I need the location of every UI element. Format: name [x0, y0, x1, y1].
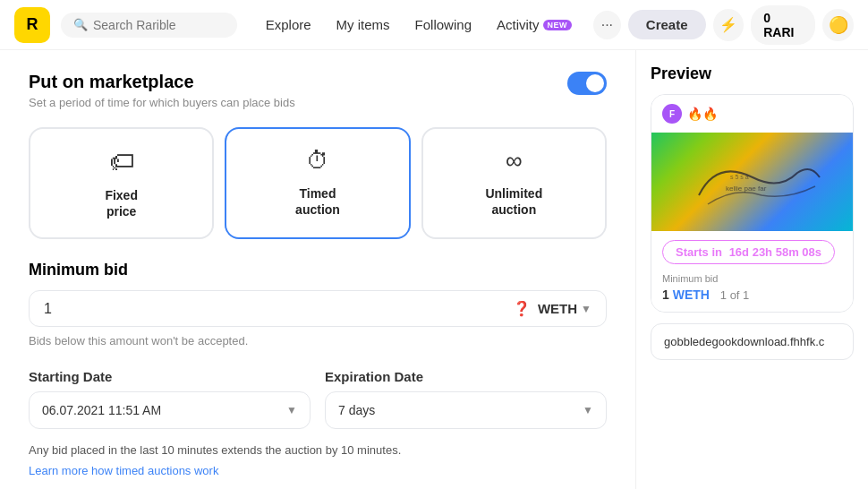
fixed-price-icon: 🏷: [109, 147, 134, 176]
minimum-bid-label: Minimum bid: [29, 261, 607, 279]
bid-row: ❓ WETH ▼: [29, 290, 607, 327]
header: R 🔍 Explore My items Following Activity …: [0, 0, 868, 50]
timed-auction-label: Timedauction: [295, 185, 340, 218]
countdown-value: 16d 23h 58m 08s: [729, 245, 821, 259]
auction-card-timed[interactable]: ⏱ Timedauction: [225, 127, 410, 239]
chevron-down-icon: ▼: [581, 303, 591, 315]
contract-address-card: gobbledegookdownload.fhhfk.c: [651, 323, 854, 360]
starting-date-input[interactable]: 06.07.2021 11:51 AM ▼: [29, 391, 311, 429]
search-input[interactable]: [93, 18, 225, 32]
nav-item-following[interactable]: Following: [404, 12, 482, 38]
create-button[interactable]: Create: [628, 10, 706, 39]
search-icon: 🔍: [73, 18, 88, 31]
svg-text:kellie pae far: kellie pae far: [726, 184, 767, 193]
auction-card-fixed[interactable]: 🏷 Fixedprice: [29, 127, 214, 239]
more-button[interactable]: ···: [593, 11, 621, 39]
marketplace-title: Put on marketplace: [29, 72, 295, 92]
nav-item-activity[interactable]: Activity NEW: [486, 12, 583, 38]
preview-sidebar: Preview F 🔥🔥 kellie pae far s 5 s a: [635, 50, 868, 489]
nav-item-explore[interactable]: Explore: [255, 12, 322, 38]
starting-date-chevron-icon: ▼: [286, 404, 297, 416]
svg-text:s 5 s a: s 5 s a: [730, 174, 749, 180]
main-layout: Put on marketplace Set a period of time …: [0, 50, 868, 489]
unlimited-auction-icon: ∞: [506, 147, 523, 175]
preview-doodle: kellie pae far s 5 s a: [651, 133, 853, 231]
timed-auction-icon: ⏱: [306, 147, 329, 175]
unlimited-auction-label: Unlimitedauction: [485, 185, 542, 218]
auction-type-cards: 🏷 Fixedprice ⏱ Timedauction ∞ Unlimiteda…: [29, 127, 607, 239]
preview-bottom: Starts in 16d 23h 58m 08s Minimum bid 1 …: [651, 231, 853, 312]
content-area: Put on marketplace Set a period of time …: [0, 50, 635, 489]
preview-title: Preview: [651, 64, 854, 83]
preview-avatar: F: [662, 104, 682, 124]
preview-top: F 🔥🔥: [651, 95, 853, 133]
preview-min-bid-value: 1 WETH: [662, 287, 713, 302]
activity-new-badge: NEW: [543, 20, 573, 30]
avatar-button[interactable]: 🟡: [822, 9, 854, 41]
expiration-date-input[interactable]: 7 days ▼: [325, 391, 607, 429]
auction-card-unlimited[interactable]: ∞ Unlimitedauction: [421, 127, 607, 239]
header-right: ··· Create ⚡ 0 RARI 🟡: [593, 5, 854, 45]
toggle-knob: [586, 74, 604, 92]
date-row: Starting Date 06.07.2021 11:51 AM ▼ Expi…: [29, 369, 607, 429]
lightning-button[interactable]: ⚡: [713, 9, 745, 41]
rari-balance[interactable]: 0 RARI: [751, 5, 815, 45]
preview-min-bid-label: Minimum bid: [662, 273, 842, 284]
expiration-date-value: 7 days: [338, 403, 375, 417]
auction-note: Any bid placed in the last 10 minutes ex…: [29, 443, 607, 457]
marketplace-toggle[interactable]: [567, 72, 607, 95]
starting-date-value: 06.07.2021 11:51 AM: [42, 403, 161, 417]
starting-date-field: Starting Date 06.07.2021 11:51 AM ▼: [29, 369, 311, 429]
preview-fire-icons: 🔥🔥: [687, 107, 718, 121]
starts-badge: Starts in 16d 23h 58m 08s: [662, 240, 835, 264]
expiration-date-chevron-icon: ▼: [583, 404, 593, 416]
fixed-price-label: Fixedprice: [105, 187, 138, 219]
minimum-bid-section: Minimum bid ❓ WETH ▼ Bids below this amo…: [29, 261, 607, 347]
marketplace-section: Put on marketplace Set a period of time …: [29, 72, 607, 124]
logo-button[interactable]: R: [14, 7, 50, 43]
search-bar: 🔍: [61, 13, 237, 38]
nav-item-my-items[interactable]: My items: [326, 12, 401, 38]
main-nav: Explore My items Following Activity NEW: [255, 12, 583, 38]
bid-hint: Bids below this amount won't be accepted…: [29, 334, 607, 347]
expiration-date-field: Expiration Date 7 days ▼: [325, 369, 607, 429]
bid-currency-selector[interactable]: WETH ▼: [538, 301, 591, 316]
learn-more-link[interactable]: Learn more how timed auctions work: [29, 464, 218, 477]
preview-card: F 🔥🔥 kellie pae far s 5 s a Starts in: [651, 94, 854, 313]
starting-date-label: Starting Date: [29, 369, 311, 384]
marketplace-subtitle: Set a period of time for which buyers ca…: [29, 96, 295, 109]
expiration-date-label: Expiration Date: [325, 369, 607, 384]
bid-help-icon[interactable]: ❓: [513, 300, 531, 317]
preview-image: kellie pae far s 5 s a: [651, 133, 853, 231]
auction-note-section: Any bid placed in the last 10 minutes ex…: [29, 443, 607, 478]
preview-min-bid-count: 1 of 1: [720, 288, 750, 302]
bid-input[interactable]: [44, 301, 513, 317]
